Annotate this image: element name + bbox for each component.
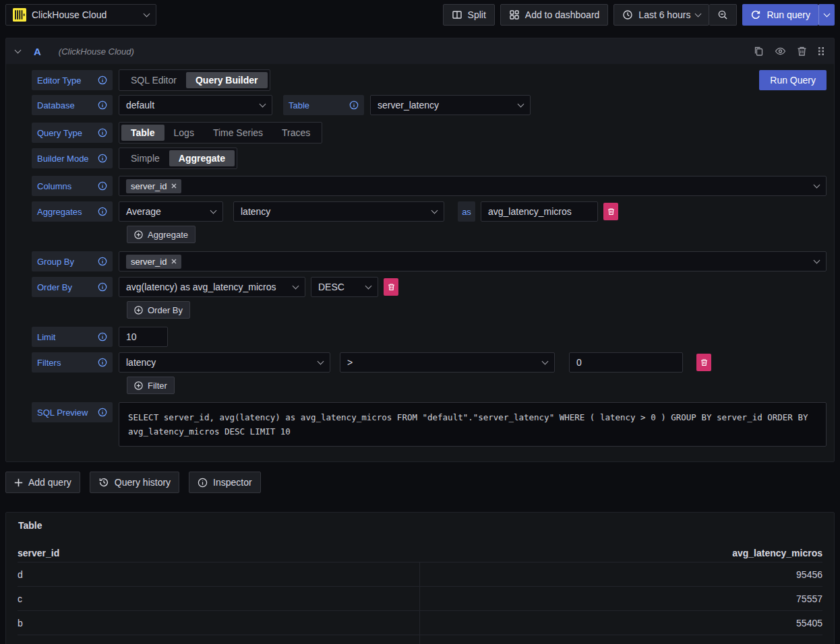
cell-server-id: c <box>18 587 420 610</box>
add-query-button[interactable]: Add query <box>5 472 80 493</box>
delete-query-trash-icon[interactable] <box>797 46 807 57</box>
builder-mode-row: Builder Mode Simple Aggregate <box>32 148 827 169</box>
info-icon[interactable] <box>98 75 107 85</box>
cell-avg-latency: 55405 <box>420 611 822 635</box>
collapse-chevron-icon[interactable] <box>15 47 22 54</box>
table-row[interactable]: d 95456 <box>18 562 822 586</box>
builder-mode-toggle: Simple Aggregate <box>119 148 237 169</box>
add-to-dashboard-button[interactable]: Add to dashboard <box>500 4 609 26</box>
aggregate-column-select[interactable]: latency <box>233 201 444 222</box>
info-icon[interactable] <box>98 154 107 163</box>
info-icon[interactable] <box>98 181 107 191</box>
run-query-editor-button[interactable]: Run Query <box>759 70 827 90</box>
editor-type-option-query-builder[interactable]: Query Builder <box>186 72 268 88</box>
time-range-button[interactable]: Last 6 hours <box>613 4 709 26</box>
filter-column-select[interactable]: latency <box>119 352 330 373</box>
topbar-actions: Split Add to dashboard Last 6 hours <box>443 4 835 26</box>
columns-label: Columns <box>32 176 113 196</box>
chevron-down-icon <box>431 207 438 214</box>
query-type-option-table[interactable]: Table <box>121 125 164 141</box>
cell-server-id: b <box>18 611 420 635</box>
circle-plus-icon <box>134 381 143 390</box>
drag-handle-icon[interactable] <box>818 46 824 57</box>
table-row[interactable]: b 55405 <box>18 610 822 635</box>
duplicate-query-icon[interactable] <box>753 46 764 57</box>
info-icon[interactable] <box>98 408 107 417</box>
query-type-option-traces[interactable]: Traces <box>272 125 320 141</box>
magnifier-minus-icon <box>717 9 728 20</box>
run-query-split-button: Run query <box>742 4 835 26</box>
filter-value-input[interactable] <box>569 352 683 373</box>
info-icon[interactable] <box>98 128 107 137</box>
add-aggregate-button[interactable]: Aggregate <box>127 226 196 243</box>
run-query-dropdown-button[interactable] <box>818 4 835 26</box>
remove-aggregate-button[interactable] <box>603 203 618 220</box>
filters-label: Filters <box>32 352 113 373</box>
history-clock-icon <box>98 477 109 488</box>
chevron-down-icon <box>695 11 702 18</box>
trash-icon <box>607 207 615 216</box>
table-row[interactable]: c 75557 <box>18 586 822 610</box>
query-type-toggle: Table Logs Time Series Traces <box>119 122 322 143</box>
aggregates-row: Aggregates Average latency as <box>32 201 827 222</box>
query-type-option-time-series[interactable]: Time Series <box>204 125 272 141</box>
info-icon[interactable] <box>98 207 107 216</box>
query-datasource-hint: (ClickHouse Cloud) <box>59 46 134 57</box>
columns-multiselect[interactable]: server_id <box>119 176 827 196</box>
column-header-avg-latency-micros[interactable]: avg_latency_micros <box>420 548 822 558</box>
remove-chip-icon[interactable] <box>171 259 177 264</box>
column-header-server-id[interactable]: server_id <box>18 548 420 558</box>
order-by-expression-select[interactable]: avg(latency) as avg_latency_micros <box>119 277 305 297</box>
circle-plus-icon <box>134 230 143 239</box>
info-icon[interactable] <box>98 282 107 292</box>
add-filter-button[interactable]: Filter <box>127 377 175 394</box>
query-type-option-logs[interactable]: Logs <box>164 125 204 141</box>
builder-mode-label: Builder Mode <box>32 148 113 168</box>
info-icon[interactable] <box>98 100 107 110</box>
refresh-icon <box>750 9 761 20</box>
aggregate-alias-input[interactable] <box>481 201 598 222</box>
query-type-label: Query Type <box>32 123 113 143</box>
time-zoom-out-button[interactable] <box>709 4 737 26</box>
filter-operator-select[interactable]: > <box>340 352 555 373</box>
chevron-down-icon <box>365 283 372 290</box>
info-icon[interactable] <box>98 332 107 342</box>
editor-type-row: Editor Type SQL Editor Query Builder Run… <box>32 69 827 91</box>
aggregate-function-select[interactable]: Average <box>119 201 223 222</box>
limit-input[interactable] <box>119 327 168 347</box>
chevron-down-icon <box>814 257 820 264</box>
database-select[interactable]: default <box>119 95 272 115</box>
query-history-button[interactable]: Query history <box>90 472 179 493</box>
remove-order-by-button[interactable] <box>384 278 398 296</box>
toggle-visibility-eye-icon[interactable] <box>775 46 786 57</box>
topbar: ClickHouse Cloud Split Add to dashboard <box>5 4 835 26</box>
group-by-multiselect[interactable]: server_id <box>119 251 827 271</box>
filters-row: Filters latency > <box>32 352 827 373</box>
remove-chip-icon[interactable] <box>171 183 177 189</box>
add-order-by-button[interactable]: Order By <box>127 301 190 319</box>
columns-row: Columns server_id <box>32 176 827 196</box>
order-by-label: Order By <box>32 277 113 297</box>
builder-mode-option-simple[interactable]: Simple <box>121 150 169 166</box>
remove-filter-button[interactable] <box>696 354 711 371</box>
datasource-picker[interactable]: ClickHouse Cloud <box>5 4 156 26</box>
query-type-row: Query Type Table Logs Time Series Traces <box>32 122 827 143</box>
info-icon[interactable] <box>349 100 359 110</box>
query-card-header: A (ClickHouse Cloud) <box>6 38 834 64</box>
add-filter-row: Filter <box>127 377 827 394</box>
circle-plus-icon <box>134 306 143 315</box>
order-by-direction-select[interactable]: DESC <box>311 277 378 297</box>
limit-label: Limit <box>32 327 113 347</box>
inspector-button[interactable]: Inspector <box>189 472 261 493</box>
info-icon[interactable] <box>98 257 107 266</box>
info-icon[interactable] <box>98 358 107 367</box>
table-row[interactable]: a 35127 <box>18 635 822 644</box>
order-by-row: Order By avg(latency) as avg_latency_mic… <box>32 277 827 297</box>
run-query-button[interactable]: Run query <box>742 4 818 26</box>
table-select[interactable]: server_latency <box>370 95 531 115</box>
query-ref-id[interactable]: A <box>34 46 41 57</box>
split-button[interactable]: Split <box>443 4 495 26</box>
chevron-down-icon <box>518 101 524 108</box>
builder-mode-option-aggregate[interactable]: Aggregate <box>169 150 235 166</box>
editor-type-option-sql-editor[interactable]: SQL Editor <box>121 72 186 88</box>
